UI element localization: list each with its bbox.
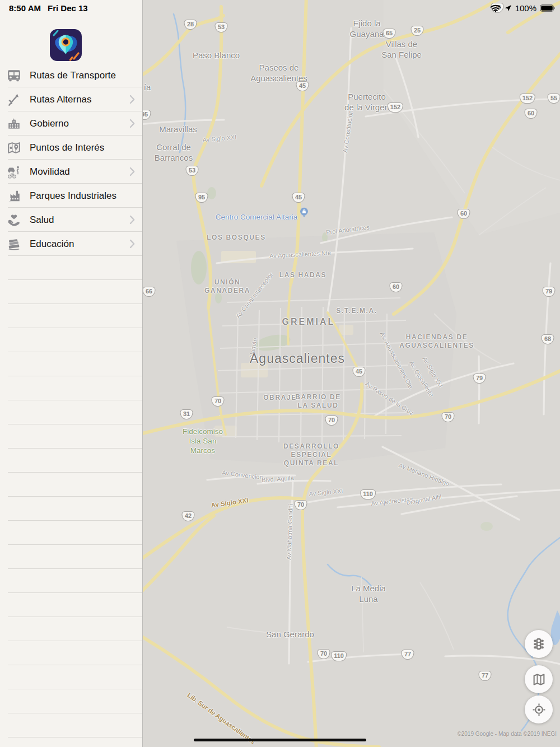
sidebar-item-label: Movilidad: [30, 166, 70, 178]
map-label-gremial: GREMIAL: [282, 316, 335, 328]
map-icon: [532, 673, 546, 687]
empty-list-row: [0, 521, 142, 545]
government-building-icon: [6, 116, 22, 131]
status-bar-left: 8:50 AM Fri Dec 13: [9, 3, 88, 13]
map-pin-icon: [6, 141, 22, 155]
traffic-button[interactable]: [525, 630, 553, 658]
locate-icon: [532, 703, 546, 717]
map-label-san-gerardo: San Gerardo: [266, 629, 314, 640]
chevron-right-icon: [129, 119, 135, 128]
map-label-ejido-la: Ejido la Guayana: [350, 18, 384, 40]
books-icon: [6, 237, 22, 251]
map-label-obraje: OBRAJE: [263, 394, 297, 402]
empty-list-row: [0, 473, 142, 497]
empty-list-row: [0, 569, 142, 593]
empty-list-row: [0, 400, 142, 424]
map-label-corral-de: Corral de Barrancos: [155, 142, 193, 164]
map-label-centro-comercial-altaria: Centro Comercial Altaria: [216, 213, 297, 222]
map-controls: [525, 630, 553, 723]
chevron-right-icon: [129, 215, 135, 225]
empty-list-row: [0, 617, 142, 641]
sidebar-item-movilidad[interactable]: Movilidad: [0, 160, 142, 184]
location-arrow-icon: [505, 4, 512, 12]
bus-icon: [6, 68, 22, 83]
empty-list-row: [0, 328, 142, 352]
home-indicator[interactable]: [194, 739, 366, 741]
map-label-aguascalientes: Aguascalientes: [250, 351, 345, 367]
map-label-union: UNIÓN GANADERA: [204, 278, 250, 295]
map-type-button[interactable]: [525, 665, 553, 693]
empty-list-row: [0, 424, 142, 449]
battery-percent: 100%: [515, 3, 536, 13]
map-label-s-t-e-m-a: S.T.E.M.A.: [336, 307, 377, 315]
side-menu-panel: Rutas de TransporteRutas AlternasGobiern…: [0, 0, 143, 747]
empty-list-row: [0, 376, 142, 400]
map-label-desarrollo: DESARROLLO ESPECIAL QUINTA REAL: [283, 442, 339, 468]
map-label-la-media: La Media Luna: [351, 583, 386, 605]
health-icon: [6, 213, 22, 227]
highway-shield-110: 110: [331, 651, 347, 661]
map-label-haciendas-de: HACIENDAS DE AGUASCALIENTES: [399, 333, 474, 350]
traffic-light-icon: [531, 637, 546, 651]
sidebar-item-rutas-de-transporte[interactable]: Rutas de Transporte: [0, 63, 142, 87]
locate-button[interactable]: [525, 695, 553, 723]
sidebar-item-label: Parques Industriales: [30, 190, 116, 202]
map-label-los-bosques: LOS BOSQUES: [207, 234, 266, 242]
sidebar-item-label: Educación: [30, 239, 74, 250]
sidebar-item-educacion[interactable]: Educación: [0, 232, 142, 256]
sidebar-item-puntos-de-interes[interactable]: Puntos de Interés: [0, 136, 142, 160]
empty-list-row: [0, 545, 142, 569]
sidebar-item-label: Salud: [30, 214, 54, 226]
sidebar-item-label: Rutas Alternas: [30, 94, 92, 105]
chevron-right-icon: [129, 239, 135, 249]
shopping-poi-icon[interactable]: [300, 207, 309, 222]
map-label-barrio-de: BARRIO DE LA SALUD: [295, 393, 341, 410]
empty-list-row: [0, 256, 142, 280]
chevron-right-icon: [129, 95, 135, 104]
empty-list-row: [0, 641, 142, 665]
map-label-villas-de: Villas de San Felipe: [381, 39, 422, 60]
alternate-routes-icon: [6, 92, 22, 107]
map-canvas[interactable]: Ejido la GuayanaVillas de San FelipePaso…: [143, 0, 560, 747]
map-attribution: ©2019 Google - Map data ©2019 INEGI: [457, 731, 557, 737]
empty-list-row: [0, 665, 142, 689]
status-time: 8:50 AM: [9, 3, 41, 13]
sidebar-item-salud[interactable]: Salud: [0, 208, 142, 232]
battery-icon: [540, 4, 556, 12]
empty-list-row: [0, 593, 142, 617]
sidebar-item-label: Gobierno: [30, 118, 69, 129]
sidebar-item-parques-industriales[interactable]: Parques Industriales: [0, 184, 142, 208]
empty-list-row: [0, 713, 142, 737]
map-label-ia: ía: [144, 82, 151, 93]
map-label-maravillas: Maravillas: [159, 124, 197, 135]
empty-list-row: [0, 304, 142, 328]
sidebar-item-label: Rutas de Transporte: [30, 70, 116, 81]
chevron-right-icon: [129, 167, 135, 176]
status-bar-right: 100%: [490, 3, 556, 13]
map-label-paso-blanco: Paso Blanco: [193, 50, 240, 61]
rutas-aguascalientes-app-icon: [50, 29, 82, 61]
mobility-icon: [6, 165, 22, 179]
map-label-las-hadas: LAS HADAS: [279, 271, 326, 279]
empty-list-row: [0, 689, 142, 713]
map-label-fideicomiso: Fideicomiso Isla San Marcos: [183, 427, 223, 456]
empty-list-row: [0, 497, 142, 521]
wifi-icon: [490, 4, 501, 12]
map-label-puertecito: Puertecito de la Virgen: [344, 92, 389, 113]
highway-shield-110: 110: [360, 489, 376, 499]
sidebar-item-gobierno[interactable]: Gobierno: [0, 111, 142, 136]
status-date: Fri Dec 13: [48, 3, 88, 13]
empty-list-row: [0, 449, 142, 473]
empty-list-row: [0, 280, 142, 304]
sidebar-item-label: Puntos de Interés: [30, 142, 104, 153]
side-menu-list: Rutas de TransporteRutas AlternasGobiern…: [0, 63, 142, 737]
sidebar-item-rutas-alternas[interactable]: Rutas Alternas: [0, 87, 142, 111]
factory-icon: [6, 189, 22, 203]
empty-list-row: [0, 352, 142, 376]
